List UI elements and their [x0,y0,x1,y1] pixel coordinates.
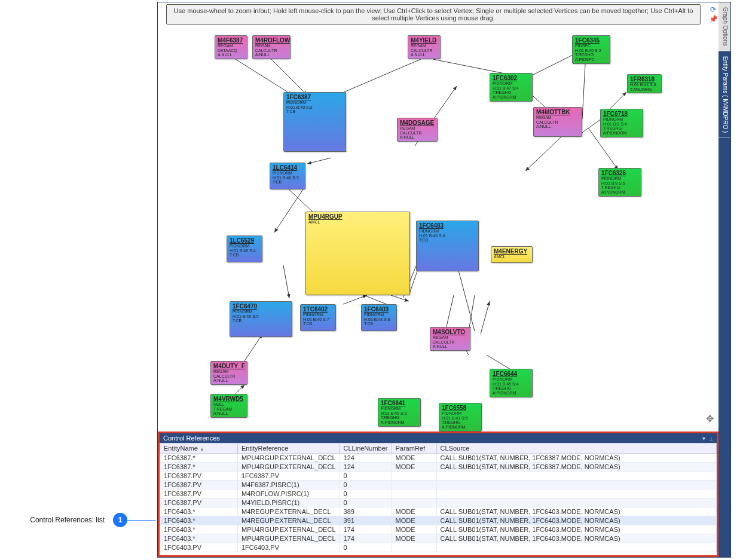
cell: CALL SUB01(STAT, NUMBER, 1FC6403.MODE, N… [436,507,717,516]
svg-line-1 [271,59,307,95]
node-m4yield[interactable]: M4YIELDREGAMCALCULTRA:NULL [408,35,441,59]
node-m4dosage[interactable]: M4DOSAGEREGAMCALCULTRA:NULL [397,118,438,142]
table-row[interactable]: 1FC6387.*MPU4RGUP.EXTERNAL_DECL124MODECA… [160,463,717,472]
table-row[interactable]: 1FC6387.PVM4YIELD.PISRC(1)0 [160,498,717,507]
grid-scroll[interactable]: EntityName ▲ EntityReference CLLineNumbe… [160,443,717,553]
panel-pin-icon[interactable]: ⟂ [710,435,713,442]
node-1fc6387[interactable]: 1FC6387PIDNORMH:01 B:40 S:2T:CB [283,92,346,152]
cell: M4ROFLOW.PISRC(1) [238,489,340,498]
node-1lc6529[interactable]: 1LC6529PIDNORMH:01 B:46 S:4T:CB [227,235,262,262]
node-m4duty_f[interactable]: M4DUTY_FREGAMCALCULTRA:NULL [210,361,247,385]
control-references-grid[interactable]: EntityName ▲ EntityReference CLLineNumbe… [160,443,717,552]
cell: 1FC6403.PV [160,543,238,552]
cell: 1FC6403.* [160,516,238,525]
graph-canvas[interactable]: M4F6387REGAMDATAACQA:NULL M4ROFLOWREGAMC… [158,2,719,433]
node-1fc6345[interactable]: 1FC6345PIDSPCH:01 B:40 S:2T:REGHG A:PIDS… [572,35,610,64]
cell: CALL SUB01(STAT, NUMBER, 1FC6387.MODE, N… [436,463,717,472]
cell: CALL SUB01(STAT, NUMBER, 1FC6403.MODE, N… [436,516,717,525]
right-sidebar: Graph Options Entity Params ( M4MDPRO ) [719,2,730,557]
panel-menu-icon[interactable]: ▾ [702,435,705,442]
panel-control-references: Control References ▾ ⟂ EntityName ▲ Enti… [158,432,719,557]
cell: MPU4RGUP.EXTERNAL_DECL [238,463,340,472]
cell: MODE [392,534,436,543]
cell: 0 [340,498,392,507]
table-row[interactable]: 1FC6403.*M4REGUP.EXTERNAL_DECL389MODECAL… [160,507,717,516]
cell: M4REGUP.EXTERNAL_DECL [238,507,340,516]
node-mpu4rgup[interactable]: MPU4RGUPAMCL [305,212,410,295]
node-1lc6414[interactable]: 1LC6414PIDNORMH:01 B:46 S:3T:CB [270,163,305,189]
cell: 391 [340,516,392,525]
node-1fc6641[interactable]: 1FC6641PIDNORMH:01 B:45 S:2T:REGHG A:PID… [378,398,421,427]
cell [392,498,436,507]
cell: 1FC6403.* [160,525,238,534]
node-1fc6403[interactable]: 1FC6403PIDNORMH:01 B:48 S:8T:CB [361,304,397,331]
cell [436,489,717,498]
node-1fc6483[interactable]: 1FC6483PIDNORMH:01 B:46 S:6T:CB [416,221,479,271]
node-1fc6470[interactable]: 1FC6470PIDNORMH:01 B:46 S:5T:CB [230,301,292,337]
col-cllinenumber[interactable]: CLLineNumber [340,443,392,454]
col-paramref[interactable]: ParamRef [392,443,436,454]
svg-line-15 [283,265,289,298]
cell: 1FC6403.* [160,507,238,516]
svg-line-23 [469,295,475,331]
node-m4vrwd5[interactable]: M4VRWD5NULLT:REGAM A:NULL [210,394,247,418]
cell: MODE [392,463,436,472]
node-1fc6558[interactable]: 1FC6558PIDNORMH:01 B:41 S:5T:REGHG A:PID… [439,403,482,432]
table-row[interactable]: 1FC6387.PV1FC6387.PV0 [160,472,717,481]
cell: CALL SUB01(STAT, NUMBER, 1FC6387.MODE, N… [436,454,717,463]
table-row[interactable]: 1FC6403.*MPU4RGUP.EXTERNAL_DECL174MODECA… [160,525,717,534]
svg-line-4 [528,53,576,77]
table-row[interactable]: 1FC6387.PVM4F6387.PISRC(1)0 [160,481,717,489]
node-1fc6718[interactable]: 1FC6718PIDNORMH:01 B:8 S:4T:REGHG A:PIDN… [600,109,643,137]
node-1fc6326[interactable]: 1FC6326PIDNORMH:01 B:8 S:5T:REGHG A:PIDN… [598,168,641,197]
cell: 1FC6387.PV [160,498,238,507]
cell [436,543,717,552]
cell [392,489,436,498]
cell: 174 [340,525,392,534]
cell [436,481,717,489]
table-row[interactable]: 1FC6403.PV1FC6403.PV0 [160,543,717,552]
svg-line-14 [274,188,304,232]
tab-graph-options[interactable]: Graph Options [719,2,730,51]
cell: 174 [340,534,392,543]
panel-header[interactable]: Control References ▾ ⟂ [160,433,717,443]
node-1fc6644[interactable]: 1FC6644PIDNORMH:01 B:45 S:4T:REGHG A:PID… [490,369,533,397]
move-icon[interactable]: ✥ [706,413,714,424]
node-1tc6402[interactable]: 1TC6402PIDNORMH:01 B:46 S:7T:CB [300,304,336,331]
cell [392,543,436,552]
node-1fr6318[interactable]: 1FR6318H:01 B:44 S:8T:ANLINHG [627,74,662,93]
cell: MPU4RGUP.EXTERNAL_DECL [238,454,340,463]
node-m4f6387[interactable]: M4F6387REGAMDATAACQA:NULL [215,35,247,59]
cell: 1FC6387.PV [238,472,340,481]
node-m4energy[interactable]: M4ENERGYAMCL [491,246,533,263]
svg-line-32 [481,301,490,334]
table-row[interactable]: 1FC6387.*MPU4RGUP.EXTERNAL_DECL124MODECA… [160,454,717,463]
table-row[interactable]: 1FC6403.*M4REGUP.EXTERNAL_DECL391MODECAL… [160,516,717,525]
cell: 0 [340,481,392,489]
node-m4roflow[interactable]: M4ROFLOWREGAMCALCULTRA:NULL [252,35,291,59]
cell: M4REGUP.EXTERNAL_DECL [238,516,340,525]
cell: MPU4RGUP.EXTERNAL_DECL [238,525,340,534]
table-row[interactable]: 1FC6387.PVM4ROFLOW.PISRC(1)0 [160,489,717,498]
col-entityname[interactable]: EntityName ▲ [160,443,238,454]
svg-line-19 [391,295,409,301]
svg-line-13 [307,158,331,164]
cell: 1FC6387.PV [160,472,238,481]
cell: M4YIELD.PISRC(1) [238,498,340,507]
col-clsource[interactable]: CLSource [436,443,717,454]
cell: CALL SUB01(STAT, NUMBER, 1FC6403.MODE, N… [436,534,717,543]
node-m4solvto[interactable]: M4SOLVTOREGAMCALCULTRA:NULL [430,327,470,351]
cell: 389 [340,507,392,516]
table-row[interactable]: 1FC6403.*MPU4RGUP.EXTERNAL_DECL174MODECA… [160,534,717,543]
cell: 1FC6403.PV [238,543,340,552]
cell: M4F6387.PISRC(1) [238,481,340,489]
node-m4mottbk[interactable]: M4MOTTBKREGAMCALCULTRA:NULL [533,107,582,137]
callout-badge: 1 [113,513,127,527]
tab-entity-params[interactable]: Entity Params ( M4MDPRO ) [719,51,730,138]
col-entityreference[interactable]: EntityReference [238,443,340,454]
callout-line [127,520,156,521]
cell: 124 [340,463,392,472]
svg-line-10 [525,137,561,171]
cell: 1FC6387.PV [160,481,238,489]
node-1fc6302[interactable]: 1FC6302PIDNORMH:01 B:47 S:4T:REGHG A:PID… [490,73,533,102]
